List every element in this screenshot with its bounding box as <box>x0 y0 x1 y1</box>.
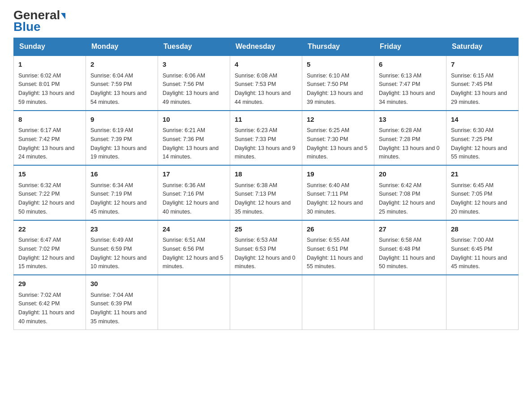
day-info: Sunrise: 6:17 AMSunset: 7:42 PMDaylight:… <box>18 127 74 160</box>
day-info: Sunrise: 7:00 AMSunset: 6:45 PMDaylight:… <box>451 237 507 270</box>
logo-blue: Blue <box>13 21 41 33</box>
calendar-body: 1 Sunrise: 6:02 AMSunset: 8:01 PMDayligh… <box>14 56 519 330</box>
calendar-table: SundayMondayTuesdayWednesdayThursdayFrid… <box>13 38 519 330</box>
calendar-cell: 21 Sunrise: 6:45 AMSunset: 7:05 PMDaylig… <box>446 165 519 220</box>
calendar-cell <box>302 275 374 330</box>
day-number: 13 <box>379 115 442 125</box>
calendar-cell: 22 Sunrise: 6:47 AMSunset: 7:02 PMDaylig… <box>14 220 86 275</box>
calendar-cell: 25 Sunrise: 6:53 AMSunset: 6:53 PMDaylig… <box>230 220 302 275</box>
calendar-cell: 24 Sunrise: 6:51 AMSunset: 6:56 PMDaylig… <box>158 220 230 275</box>
day-info: Sunrise: 6:53 AMSunset: 6:53 PMDaylight:… <box>235 237 296 270</box>
calendar-cell: 28 Sunrise: 7:00 AMSunset: 6:45 PMDaylig… <box>446 220 519 275</box>
calendar-cell: 29 Sunrise: 7:02 AMSunset: 6:42 PMDaylig… <box>14 275 86 330</box>
weekday-header-saturday: Saturday <box>446 38 519 56</box>
calendar-cell <box>446 275 519 330</box>
day-number: 30 <box>90 279 153 289</box>
day-number: 18 <box>235 169 297 180</box>
calendar-cell: 6 Sunrise: 6:13 AMSunset: 7:47 PMDayligh… <box>374 56 446 111</box>
calendar-week-row: 29 Sunrise: 7:02 AMSunset: 6:42 PMDaylig… <box>14 275 519 330</box>
calendar-cell: 18 Sunrise: 6:38 AMSunset: 7:13 PMDaylig… <box>230 165 302 220</box>
calendar-cell <box>230 275 302 330</box>
day-number: 29 <box>18 279 81 289</box>
calendar-cell: 8 Sunrise: 6:17 AMSunset: 7:42 PMDayligh… <box>14 111 86 166</box>
day-info: Sunrise: 6:36 AMSunset: 7:16 PMDaylight:… <box>163 182 219 215</box>
calendar-cell: 14 Sunrise: 6:30 AMSunset: 7:25 PMDaylig… <box>446 111 519 166</box>
calendar-week-row: 8 Sunrise: 6:17 AMSunset: 7:42 PMDayligh… <box>14 111 519 166</box>
day-info: Sunrise: 6:55 AMSunset: 6:51 PMDaylight:… <box>307 237 363 270</box>
calendar-header: SundayMondayTuesdayWednesdayThursdayFrid… <box>14 38 519 56</box>
day-info: Sunrise: 6:06 AMSunset: 7:56 PMDaylight:… <box>163 73 219 105</box>
weekday-header-sunday: Sunday <box>14 38 86 56</box>
day-info: Sunrise: 6:04 AMSunset: 7:59 PMDaylight:… <box>90 73 146 105</box>
day-number: 26 <box>307 224 369 235</box>
calendar-cell: 27 Sunrise: 6:58 AMSunset: 6:48 PMDaylig… <box>374 220 446 275</box>
day-info: Sunrise: 7:04 AMSunset: 6:39 PMDaylight:… <box>90 292 146 325</box>
day-number: 25 <box>235 224 297 235</box>
calendar-cell: 4 Sunrise: 6:08 AMSunset: 7:53 PMDayligh… <box>230 56 302 111</box>
day-info: Sunrise: 6:45 AMSunset: 7:05 PMDaylight:… <box>451 182 507 215</box>
weekday-header-thursday: Thursday <box>302 38 374 56</box>
logo: General Blue <box>13 9 65 33</box>
day-number: 12 <box>307 115 369 125</box>
day-number: 23 <box>90 224 153 235</box>
day-number: 1 <box>18 60 81 70</box>
day-info: Sunrise: 6:47 AMSunset: 7:02 PMDaylight:… <box>18 237 74 270</box>
day-number: 21 <box>451 169 514 180</box>
calendar-cell <box>158 275 230 330</box>
calendar-cell: 11 Sunrise: 6:23 AMSunset: 7:33 PMDaylig… <box>230 111 302 166</box>
day-number: 5 <box>307 60 369 70</box>
logo-triangle-icon <box>61 13 65 19</box>
calendar-cell <box>374 275 446 330</box>
day-info: Sunrise: 6:28 AMSunset: 7:28 PMDaylight:… <box>379 127 440 160</box>
calendar-cell: 2 Sunrise: 6:04 AMSunset: 7:59 PMDayligh… <box>86 56 158 111</box>
day-info: Sunrise: 6:30 AMSunset: 7:25 PMDaylight:… <box>451 127 507 160</box>
day-info: Sunrise: 6:25 AMSunset: 7:30 PMDaylight:… <box>307 127 368 160</box>
calendar-cell: 10 Sunrise: 6:21 AMSunset: 7:36 PMDaylig… <box>158 111 230 166</box>
day-info: Sunrise: 6:13 AMSunset: 7:47 PMDaylight:… <box>379 73 435 105</box>
calendar-cell: 16 Sunrise: 6:34 AMSunset: 7:19 PMDaylig… <box>86 165 158 220</box>
weekday-header-wednesday: Wednesday <box>230 38 302 56</box>
day-number: 14 <box>451 115 514 125</box>
calendar-week-row: 15 Sunrise: 6:32 AMSunset: 7:22 PMDaylig… <box>14 165 519 220</box>
day-number: 6 <box>379 60 442 70</box>
day-number: 11 <box>235 115 297 125</box>
day-number: 4 <box>235 60 297 70</box>
day-info: Sunrise: 6:49 AMSunset: 6:59 PMDaylight:… <box>90 237 146 270</box>
calendar-week-row: 1 Sunrise: 6:02 AMSunset: 8:01 PMDayligh… <box>14 56 519 111</box>
day-info: Sunrise: 6:21 AMSunset: 7:36 PMDaylight:… <box>163 127 219 160</box>
calendar-cell: 23 Sunrise: 6:49 AMSunset: 6:59 PMDaylig… <box>86 220 158 275</box>
day-number: 7 <box>451 60 514 70</box>
day-number: 20 <box>379 169 442 180</box>
day-info: Sunrise: 6:34 AMSunset: 7:19 PMDaylight:… <box>90 182 146 215</box>
day-number: 24 <box>163 224 225 235</box>
day-info: Sunrise: 6:19 AMSunset: 7:39 PMDaylight:… <box>90 127 146 160</box>
day-info: Sunrise: 6:32 AMSunset: 7:22 PMDaylight:… <box>18 182 74 215</box>
day-number: 28 <box>451 224 514 235</box>
calendar-cell: 20 Sunrise: 6:42 AMSunset: 7:08 PMDaylig… <box>374 165 446 220</box>
day-info: Sunrise: 6:51 AMSunset: 6:56 PMDaylight:… <box>163 237 223 270</box>
day-number: 2 <box>90 60 153 70</box>
calendar-cell: 17 Sunrise: 6:36 AMSunset: 7:16 PMDaylig… <box>158 165 230 220</box>
day-number: 10 <box>163 115 225 125</box>
calendar-cell: 1 Sunrise: 6:02 AMSunset: 8:01 PMDayligh… <box>14 56 86 111</box>
day-number: 15 <box>18 169 81 180</box>
calendar-cell: 15 Sunrise: 6:32 AMSunset: 7:22 PMDaylig… <box>14 165 86 220</box>
calendar-cell: 3 Sunrise: 6:06 AMSunset: 7:56 PMDayligh… <box>158 56 230 111</box>
day-number: 17 <box>163 169 225 180</box>
day-info: Sunrise: 6:23 AMSunset: 7:33 PMDaylight:… <box>235 127 296 160</box>
day-info: Sunrise: 6:42 AMSunset: 7:08 PMDaylight:… <box>379 182 435 215</box>
day-number: 19 <box>307 169 369 180</box>
day-info: Sunrise: 6:15 AMSunset: 7:45 PMDaylight:… <box>451 73 507 105</box>
day-number: 16 <box>90 169 153 180</box>
weekday-header-tuesday: Tuesday <box>158 38 230 56</box>
weekday-header-monday: Monday <box>86 38 158 56</box>
day-info: Sunrise: 6:10 AMSunset: 7:50 PMDaylight:… <box>307 73 363 105</box>
day-info: Sunrise: 7:02 AMSunset: 6:42 PMDaylight:… <box>18 292 74 325</box>
calendar-week-row: 22 Sunrise: 6:47 AMSunset: 7:02 PMDaylig… <box>14 220 519 275</box>
calendar-cell: 5 Sunrise: 6:10 AMSunset: 7:50 PMDayligh… <box>302 56 374 111</box>
calendar-cell: 9 Sunrise: 6:19 AMSunset: 7:39 PMDayligh… <box>86 111 158 166</box>
weekday-header-friday: Friday <box>374 38 446 56</box>
day-number: 9 <box>90 115 153 125</box>
day-info: Sunrise: 6:38 AMSunset: 7:13 PMDaylight:… <box>235 182 291 215</box>
calendar-cell: 19 Sunrise: 6:40 AMSunset: 7:11 PMDaylig… <box>302 165 374 220</box>
